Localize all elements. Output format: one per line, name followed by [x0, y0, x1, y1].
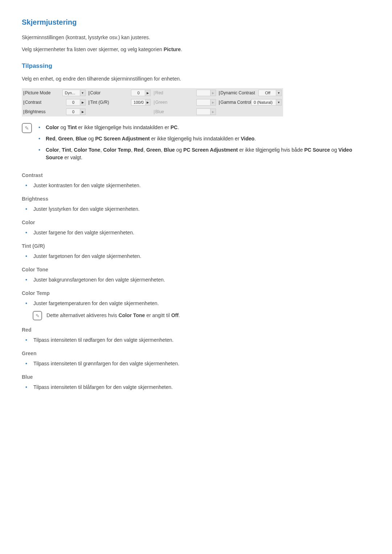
field-blue: Blue ▶ — [152, 107, 217, 116]
sub-note-color-temp: ✎Dette alternativet aktiveres hvis Color… — [33, 311, 370, 320]
label-gamma-control: Gamma Control — [219, 100, 251, 105]
chevron-down-icon: ▼ — [276, 90, 281, 96]
field-color[interactable]: Color 0 ▶ — [87, 88, 152, 98]
group-contrast: Contrast Juster kontrasten for den valgt… — [22, 172, 370, 189]
group-blue: Blue Tilpass intensiteten til blåfargen … — [22, 374, 370, 391]
note-bold: Video — [241, 136, 254, 141]
note-text: Dette alternativet aktiveres hvis — [46, 312, 118, 318]
arrow-right-icon: ▶ — [145, 99, 150, 105]
intro-text-1: Skjerminnstillingen (kontrast, lysstyrke… — [22, 34, 370, 41]
pencil-icon: ✎ — [33, 311, 42, 320]
arrow-right-icon: ▶ — [80, 99, 85, 105]
note-block: ✎ Color og Tint er ikke tilgjengelige hv… — [22, 124, 370, 165]
spinner-color[interactable]: 0 ▶ — [131, 90, 151, 96]
select-picture-mode[interactable]: Dyn... ▼ — [62, 90, 86, 96]
note-text: er angitt til — [145, 312, 171, 318]
desc-red: Tilpass intensiteten til rødfargen for d… — [25, 336, 370, 344]
group-color-temp: Color Temp Juster fargetemperaturen for … — [22, 290, 370, 320]
group-brightness: Brightness Juster lysstyrken for den val… — [22, 196, 370, 213]
note-item-3: Color, Tint, Color Tone, Color Temp, Red… — [38, 146, 370, 161]
field-dynamic-contrast[interactable]: Dynamic Contrast Off ▼ — [217, 88, 283, 98]
chevron-down-icon: ▼ — [276, 99, 281, 105]
settings-panel: Picture Mode Dyn... ▼ Contrast 0 ▶ Brigh… — [22, 88, 283, 116]
value-contrast: 0 — [69, 100, 80, 104]
field-green: Green ▶ — [152, 98, 217, 107]
desc-contrast: Juster kontrasten for den valgte skjerme… — [25, 182, 370, 189]
heading-red: Red — [22, 327, 370, 333]
field-red: Red ▶ — [152, 88, 217, 98]
value-color: 0 — [134, 91, 145, 95]
spinner-tint[interactable]: 100/0 ▶ — [131, 99, 151, 106]
note-text: . — [179, 312, 180, 318]
note-bold: PC Screen Adjustment — [95, 136, 150, 141]
note-text: , — [100, 147, 103, 153]
note-bold: Tint — [68, 124, 77, 130]
note-item-1: Color og Tint er ikke tilgjengelige hvis… — [38, 124, 370, 131]
chevron-down-icon: ▼ — [80, 90, 85, 96]
field-contrast[interactable]: Contrast 0 ▶ — [22, 98, 87, 107]
note-text: og — [175, 147, 183, 153]
group-color-tone: Color Tone Juster bakgrunnsfargetonen fo… — [22, 267, 370, 284]
group-color: Color Juster fargene for den valgte skje… — [22, 219, 370, 237]
arrow-right-icon: ▶ — [210, 90, 216, 96]
pencil-icon: ✎ — [22, 123, 32, 133]
note-text: er ikke tilgjengelige hvis inndatakilden… — [77, 124, 170, 130]
label-blue: Blue — [154, 109, 196, 114]
label-contrast: Contrast — [23, 100, 66, 105]
note-bold: Red — [46, 136, 55, 141]
section-tilpassing-title: Tilpassing — [22, 62, 370, 70]
field-gamma-control[interactable]: Gamma Control 0 (Natural) ▼ — [217, 98, 283, 107]
heading-green: Green — [22, 350, 370, 356]
note-bold: Blue — [75, 136, 86, 141]
desc-color: Juster fargene for den valgte skjermenhe… — [25, 229, 370, 237]
spinner-brightness[interactable]: 0 ▶ — [66, 108, 86, 115]
heading-tint: Tint (G/R) — [22, 243, 370, 249]
note-list: Color og Tint er ikke tilgjengelige hvis… — [38, 124, 370, 165]
note-text: , — [71, 147, 74, 153]
select-dynamic-contrast[interactable]: Off ▼ — [258, 90, 282, 96]
note-text: , — [143, 147, 146, 153]
field-picture-mode[interactable]: Picture Mode Dyn... ▼ — [22, 88, 87, 98]
label-green: Green — [154, 100, 196, 105]
note-bold: Off — [171, 312, 179, 318]
heading-blue: Blue — [22, 374, 370, 380]
arrow-right-icon: ▶ — [145, 90, 150, 96]
value-picture-mode: Dyn... — [65, 91, 80, 95]
field-empty-4-3 — [217, 107, 283, 116]
heading-color-tone: Color Tone — [22, 267, 370, 272]
note-bold: PC — [171, 124, 177, 130]
spinner-green: ▶ — [196, 99, 216, 106]
heading-contrast: Contrast — [22, 172, 370, 178]
desc-color-temp: Juster fargetemperaturen for den valgte … — [25, 300, 370, 307]
note-bold: Color — [46, 147, 59, 153]
desc-blue: Tilpass intensiteten til blåfargen for d… — [25, 383, 370, 391]
note-text: er ikke tilgjengelig hvis inndatakilden … — [150, 136, 241, 141]
group-tint: Tint (G/R) Juster fargetonen for den val… — [22, 243, 370, 260]
note-text: , — [161, 147, 164, 153]
note-text: . — [177, 124, 179, 130]
desc-brightness: Juster lysstyrken for den valgte skjerme… — [25, 205, 370, 213]
value-gamma-control: 0 (Natural) — [254, 100, 276, 104]
note-bold: Green — [58, 136, 73, 141]
note-bold: PC Source — [304, 147, 330, 153]
arrow-right-icon: ▶ — [210, 109, 216, 115]
heading-brightness: Brightness — [22, 196, 370, 202]
label-tint: Tint (G/R) — [89, 100, 131, 105]
note-bold: Green — [146, 147, 161, 153]
page-title: Skjermjustering — [22, 18, 370, 26]
select-gamma-control[interactable]: 0 (Natural) ▼ — [251, 99, 282, 106]
note-bold: Color Tone — [74, 147, 101, 153]
label-brightness: Brightness — [23, 109, 66, 114]
intro-text-2: Velg skjermenheter fra listen over skjer… — [22, 46, 370, 53]
spinner-contrast[interactable]: 0 ▶ — [66, 99, 86, 106]
field-brightness[interactable]: Brightness 0 ▶ — [22, 107, 87, 116]
field-tint[interactable]: Tint (G/R) 100/0 ▶ — [87, 98, 152, 107]
label-dynamic-contrast: Dynamic Contrast — [219, 90, 258, 95]
arrow-right-icon: ▶ — [80, 109, 85, 115]
spinner-blue: ▶ — [196, 108, 216, 115]
note-bold: Red — [134, 147, 143, 153]
label-picture-mode: Picture Mode — [23, 90, 62, 95]
desc-tint: Juster fargetonen for den valgte skjerme… — [25, 253, 370, 260]
group-red: Red Tilpass intensiteten til rødfargen f… — [22, 327, 370, 344]
note-bold: Tint — [62, 147, 71, 153]
